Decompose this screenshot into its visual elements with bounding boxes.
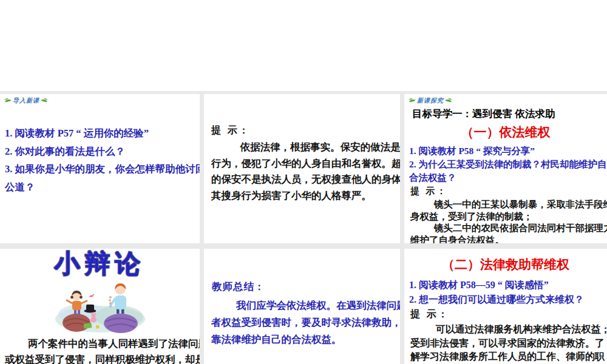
badge-label: 新课探究 — [417, 96, 444, 105]
question-list: 1. 阅读教材 P58 “ 探究与分享” 2. 为什么王某受到法律的制裁？村民却… — [409, 144, 602, 184]
teacher-summary-label: 教师总结： — [212, 280, 400, 294]
slide-panel-6[interactable]: （二）法律救助帮维权 1. 阅读教材 P58—59 “ 阅读感悟” 2. 想一想… — [404, 249, 607, 364]
new-lesson-explore-badge: 新课探究 — [409, 96, 452, 105]
hint-line: 维护了自身合法权益。 — [410, 234, 601, 244]
paragraph-line: 或权益受到了侵害，同样积极维护权利，却是 — [5, 352, 195, 364]
leaf-vine-icon — [409, 97, 416, 104]
question-line: 公道？ — [5, 178, 195, 197]
two-kids-debating-on-rocks-cartoon — [52, 279, 148, 334]
hint-paragraph: 依据法律，根据事实。保安的做法是违法 行为，侵犯了小华的人身自由和名誉权。超市 … — [211, 140, 393, 204]
slide-panel-4[interactable]: 小辩论 — [0, 249, 200, 364]
hint-label: 提 示： — [211, 124, 400, 137]
section-heading-red: （一）依法维权 — [404, 124, 607, 141]
question-line: 1. 阅读教材 P58—59 “ 阅读感悟” — [409, 278, 602, 292]
hint-label: 提 示： — [410, 186, 607, 197]
paragraph-line: 两个案件中的当事人同样遇到了法律问题 — [5, 336, 195, 352]
leaf-vine-icon — [444, 97, 452, 104]
question-line: 2. 为什么王某受到法律的制裁？村民却能维护自己的 — [409, 158, 602, 171]
hint-line: 其搜身行为损害了小华的人格尊严。 — [211, 188, 393, 204]
question-line: 1. 阅读教材 P57 “ 运用你的经验” — [5, 124, 195, 143]
slide-panel-3[interactable]: 新课探究 目标导学一：遇到侵害 依法求助 （一）依法维权 1. 阅读教材 P58… — [404, 94, 607, 243]
debate-wordart-title: 小辩论 — [0, 250, 200, 278]
hint-line: 镜头二中的农民依据合同法同村干部据理力争， — [410, 222, 601, 234]
question-line: 2. 想一想我们可以通过哪些方式来维权？ — [409, 292, 602, 307]
slide-panel-2[interactable]: 提 示： 依据法律，根据事实。保安的做法是违法 行为，侵犯了小华的人身自由和名誉… — [204, 94, 400, 243]
summary-line: 者权益受到侵害时，要及时寻求法律救助，依 — [211, 314, 393, 331]
page-top-whitespace — [0, 0, 607, 91]
hint-line: 解学习法律服务所工作人员的工作、律师的职 — [410, 350, 601, 364]
question-line: 3. 如果你是小华的朋友，你会怎样帮助他讨回 — [5, 160, 195, 178]
hint-line: 可以通过法律服务机构来维护合法权益； — [410, 323, 601, 337]
question-line: 合法权益？ — [409, 171, 602, 184]
leaf-vine-icon — [4, 97, 12, 104]
hint-line: 的保安不是执法人员，无权搜查他人的身体， — [211, 172, 393, 188]
summary-line: 靠法律维护自己的合法权益。 — [211, 331, 393, 348]
badge-label: 导入新课 — [13, 96, 39, 105]
question-line: 1. 阅读教材 P58 “ 探究与分享” — [409, 144, 602, 158]
section-heading-red: （二）法律救助帮维权 — [404, 256, 607, 273]
hint-paragraph: 可以通过法律服务机构来维护合法权益； 受到非法侵害，可以寻求国家的法律救济。了 … — [410, 323, 601, 364]
hint-paragraph: 镜头一中的王某以暴制暴，采取非法手段维护自 身权益，受到了法律的制裁； 镜头二中… — [410, 198, 601, 243]
hint-label: 提 示： — [410, 308, 607, 321]
hint-line: 依据法律，根据事实。保安的做法是违法 — [211, 140, 393, 156]
slide-grid: 导入新课 1. 阅读教材 P57 “ 运用你的经验” 2. 你对此事的看法是什么… — [0, 91, 607, 364]
slide-panel-5[interactable]: 教师总结： 我们应学会依法维权。在遇到法律问题或 者权益受到侵害时，要及时寻求法… — [204, 249, 400, 364]
debate-paragraph: 两个案件中的当事人同样遇到了法律问题 或权益受到了侵害，同样积极维护权利，却是 … — [5, 336, 195, 364]
summary-line: 我们应学会依法维权。在遇到法律问题或 — [211, 297, 393, 314]
lesson-intro-badge: 导入新课 — [4, 96, 48, 105]
leaf-vine-icon — [40, 97, 48, 104]
hint-line: 镜头一中的王某以暴制暴，采取非法手段维护自 — [410, 198, 601, 211]
goal-title: 目标导学一：遇到侵害 依法求助 — [412, 107, 607, 121]
question-list: 1. 阅读教材 P58—59 “ 阅读感悟” 2. 想一想我们可以通过哪些方式来… — [409, 278, 602, 307]
hint-line: 身权益，受到了法律的制裁； — [410, 211, 601, 223]
hint-line: 受到非法侵害，可以寻求国家的法律救济。了 — [410, 337, 601, 351]
slide-panel-1[interactable]: 导入新课 1. 阅读教材 P57 “ 运用你的经验” 2. 你对此事的看法是什么… — [0, 94, 200, 243]
intro-question-list: 1. 阅读教材 P57 “ 运用你的经验” 2. 你对此事的看法是什么？ 3. … — [5, 124, 195, 196]
summary-paragraph: 我们应学会依法维权。在遇到法律问题或 者权益受到侵害时，要及时寻求法律救助，依 … — [211, 297, 393, 348]
hint-line: 行为，侵犯了小华的人身自由和名誉权。超市 — [211, 156, 393, 172]
question-line: 2. 你对此事的看法是什么？ — [5, 143, 195, 161]
